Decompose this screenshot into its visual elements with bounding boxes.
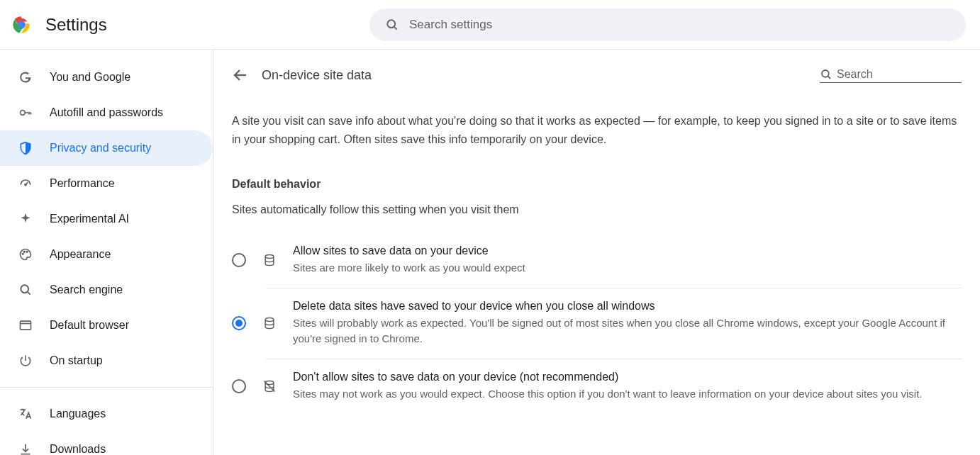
option-title: Allow sites to save data on your device: [293, 245, 962, 257]
sidebar-divider: [0, 387, 213, 388]
svg-rect-16: [21, 321, 31, 330]
section-title: Default behavior: [232, 178, 962, 191]
sidebar-item-downloads[interactable]: Downloads: [0, 432, 213, 455]
global-search-bar[interactable]: [369, 9, 966, 41]
speedometer-icon: [18, 176, 33, 191]
option-text: Don't allow sites to save data on your d…: [293, 371, 962, 403]
app-title: Settings: [45, 15, 107, 35]
option-description: Sites are more likely to work as you wou…: [293, 260, 962, 276]
main-header: On-device site data: [232, 67, 962, 84]
option-title: Don't allow sites to save data on your d…: [293, 371, 962, 383]
sidebar-item-label: Downloads: [50, 443, 106, 455]
sidebar-item-label: Search engine: [50, 283, 123, 296]
palette-icon: [18, 247, 33, 262]
svg-line-15: [28, 292, 30, 295]
option-text: Delete data sites have saved to your dev…: [293, 300, 962, 347]
sidebar-item-label: Performance: [50, 177, 115, 190]
sidebar-item-performance[interactable]: Performance: [0, 166, 213, 201]
sidebar-item-languages[interactable]: Languages: [0, 396, 213, 432]
sidebar-item-search-engine[interactable]: Search engine: [0, 272, 213, 308]
option-description: Sites may not work as you would expect. …: [293, 386, 962, 403]
option-description: Sites will probably work as expected. Yo…: [293, 315, 962, 347]
google-g-icon: [18, 70, 33, 84]
svg-point-12: [24, 251, 26, 252]
search-icon: [385, 18, 399, 32]
radio-option-delete-on-close[interactable]: Delete data sites have saved to your dev…: [232, 288, 962, 359]
global-search-input[interactable]: [409, 18, 950, 32]
sidebar-item-label: Default browser: [50, 319, 129, 332]
shield-icon: [18, 141, 33, 155]
sidebar-item-label: Experimental AI: [50, 213, 129, 225]
download-icon: [18, 442, 33, 455]
sidebar-item-on-startup[interactable]: On startup: [0, 343, 213, 378]
key-icon: [18, 106, 33, 120]
sidebar-item-default-browser[interactable]: Default browser: [0, 308, 213, 343]
sidebar-item-label: You and Google: [50, 71, 130, 84]
sidebar-item-appearance[interactable]: Appearance: [0, 237, 213, 272]
page-title: On-device site data: [262, 68, 807, 83]
search-icon: [820, 68, 833, 81]
inline-search[interactable]: [820, 68, 962, 83]
sidebar-item-label: Autofill and passwords: [50, 106, 163, 119]
svg-line-4: [394, 26, 397, 29]
section-subtitle: Sites automatically follow this setting …: [232, 203, 962, 216]
svg-point-10: [25, 184, 26, 186]
radio-button[interactable]: [232, 253, 246, 267]
browser-window-icon: [18, 318, 33, 332]
sidebar-item-privacy[interactable]: Privacy and security: [0, 130, 213, 166]
svg-point-5: [21, 111, 26, 116]
svg-point-3: [387, 20, 395, 28]
svg-point-22: [822, 70, 829, 77]
svg-point-25: [265, 318, 274, 322]
database-off-icon: [262, 378, 277, 394]
sidebar-item-experimental-ai[interactable]: Experimental AI: [0, 201, 213, 237]
sidebar-item-label: On startup: [50, 354, 103, 367]
svg-point-13: [26, 251, 28, 252]
sidebar-item-label: Languages: [50, 408, 106, 420]
inline-search-input[interactable]: [837, 68, 962, 81]
radio-button[interactable]: [232, 316, 246, 330]
sidebar: You and Google Autofill and passwords Pr…: [0, 50, 213, 455]
search-icon: [18, 283, 33, 297]
back-arrow-icon[interactable]: [232, 67, 249, 84]
svg-point-24: [265, 255, 274, 259]
sidebar-item-label: Appearance: [50, 248, 111, 261]
sidebar-item-label: Privacy and security: [50, 142, 151, 155]
database-icon: [262, 315, 277, 331]
svg-point-14: [21, 285, 28, 293]
radio-option-block[interactable]: Don't allow sites to save data on your d…: [232, 359, 962, 414]
translate-icon: [18, 407, 33, 421]
page-description: A site you visit can save info about wha…: [232, 112, 962, 148]
radio-option-allow[interactable]: Allow sites to save data on your device …: [232, 233, 962, 288]
sidebar-item-you-and-google[interactable]: You and Google: [0, 60, 213, 95]
sparkle-icon: [18, 212, 33, 226]
svg-line-23: [828, 76, 830, 79]
database-icon: [262, 252, 277, 268]
power-icon: [18, 354, 33, 368]
radio-button[interactable]: [232, 379, 246, 393]
sidebar-item-autofill[interactable]: Autofill and passwords: [0, 95, 213, 130]
main-content: On-device site data A site you visit can…: [213, 50, 980, 455]
header-left: Settings: [11, 15, 369, 35]
svg-point-11: [22, 253, 23, 254]
app-header: Settings: [0, 0, 980, 50]
option-text: Allow sites to save data on your device …: [293, 245, 962, 276]
option-title: Delete data sites have saved to your dev…: [293, 300, 962, 313]
radio-group-default-behavior: Allow sites to save data on your device …: [232, 233, 962, 413]
chrome-logo-icon: [11, 15, 31, 35]
